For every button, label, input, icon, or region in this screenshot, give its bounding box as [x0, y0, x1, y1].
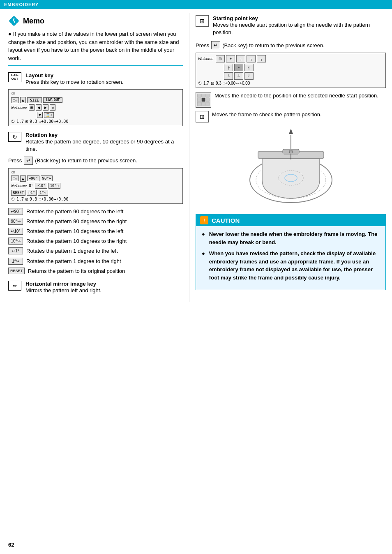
svg-rect-8: [206, 98, 209, 102]
rot-item-0: ↩90° Rotates the pattern 90 degrees to t…: [8, 208, 183, 215]
back-text-3: (Back key) to return to the previous scr…: [222, 42, 325, 48]
press-text-3: Press: [196, 42, 209, 48]
layout-key-text: Layout key Press this key to move to rot…: [25, 72, 123, 86]
right-column: ⊞ Starting point key Moves the needle st…: [189, 13, 392, 302]
rot-item-4: ↩1° Rotates the pattern 1 degree to the …: [8, 247, 183, 255]
needle-pos-section: Moves the needle to the position of the …: [196, 92, 386, 122]
back-key-icon-3: ↵: [211, 41, 220, 49]
svg-rect-6: [198, 98, 201, 102]
frame-illustration: [196, 127, 386, 210]
starting-point-section: ⊞ Starting point key Moves the needle st…: [196, 15, 386, 36]
svg-marker-16: [289, 129, 293, 134]
mirror-key-section: ⇔ Horizontal mirror image key Mirrors th…: [8, 281, 183, 294]
memo-heading: Memo: [23, 17, 44, 25]
layout-key-desc: Press this key to move to rotation scree…: [25, 78, 123, 86]
layout-key-header: LAY-OUT Layout key Press this key to mov…: [8, 72, 183, 86]
press-back-line-1: Press ↵ (Back key) to return to the prev…: [8, 157, 183, 165]
svg-point-20: [289, 150, 293, 153]
svg-rect-10: [202, 102, 205, 106]
sp-text: Starting point key Moves the needle star…: [213, 15, 386, 36]
rotation-key-header: ↻ Rotation key Rotates the pattern one d…: [8, 132, 183, 153]
right-screen-mock: Welcome ⊞ + ┐ ┬ ┐ ├ + ┤ └ ┴ ┘ ① 1.7: [196, 53, 386, 88]
header-title: EMBROIDERY: [4, 2, 39, 7]
layout-key-icon: LAY-OUT: [8, 72, 21, 82]
svg-rect-11: [206, 102, 209, 106]
rotation-key-desc: Rotates the pattern one degree, 10 degre…: [25, 138, 183, 153]
rotation-key-section: ↻ Rotation key Rotates the pattern one d…: [8, 132, 183, 275]
memo-text: ●If you make a note of the values in the…: [8, 30, 183, 62]
caution-item-0: ● Never lower the needle when the embroi…: [202, 230, 380, 246]
svg-rect-3: [198, 94, 201, 97]
mirror-key-label: Horizontal mirror image key: [25, 281, 101, 287]
rotation-screen-mock: cm □☆ ▲ ↩90° 90°↪ Welcome 0° ↩10° 10°↪ R…: [8, 168, 183, 204]
svg-rect-4: [202, 94, 205, 97]
layout-screen-mock: cm □☆ ▲ SIZE LAY-OUT Welcome ⊞ ◀ ▶ ↻: [8, 89, 183, 126]
caution-box: ! CAUTION ● Never lower the needle when …: [196, 214, 386, 290]
svg-rect-5: [206, 94, 209, 97]
rot-item-6: RESET Returns the pattern to its origina…: [8, 268, 183, 275]
memo-icon: [8, 15, 20, 27]
embroidery-frame-svg: [242, 127, 340, 209]
caution-icon: !: [200, 216, 208, 224]
rot-item-1: 90°↪ Rotates the pattern 90 degrees to t…: [8, 218, 183, 225]
sp-desc: Moves the needle start position to align…: [213, 21, 386, 36]
right-screen-status: ① 1.7 ⊡ 9.3 ↕+0.00↔+0.00: [198, 81, 383, 85]
caution-title: CAUTION: [212, 217, 240, 224]
sp-header: ⊞ Starting point key Moves the needle st…: [196, 15, 386, 36]
np-item-1: ⊞ Moves the frame to check the pattern p…: [196, 111, 386, 122]
rotation-items-list: ↩90° Rotates the pattern 90 degrees to t…: [8, 208, 183, 275]
layout-key-section: LAY-OUT Layout key Press this key to mov…: [8, 72, 183, 126]
rotation-screen-status: ① 1.7 ⊡ 9.3 ↕+0.00↔+0.00: [11, 197, 180, 201]
sp-icon: ⊞: [196, 15, 209, 27]
rot-item-5: 1°↪ Rotates the pattern 1 degree to the …: [8, 258, 183, 265]
rot-item-3: 10°↪ Rotates the pattern 10 degrees to t…: [8, 238, 183, 245]
rotation-key-label: Rotation key: [25, 132, 183, 138]
back-key-icon-1: ↵: [24, 157, 33, 165]
header-bar: EMBROIDERY: [0, 0, 392, 9]
memo-box: Memo ●If you make a note of the values i…: [8, 15, 183, 66]
main-content: Memo ●If you make a note of the values i…: [0, 9, 392, 306]
svg-point-2: [14, 18, 15, 20]
mirror-key-text: Horizontal mirror image key Mirrors the …: [25, 281, 101, 294]
sp-label: Starting point key: [213, 15, 386, 21]
mirror-key-header: ⇔ Horizontal mirror image key Mirrors th…: [8, 281, 183, 294]
rotation-key-icon: ↻: [8, 132, 21, 142]
frame-check-icon: ⊞: [196, 111, 209, 122]
left-column: Memo ●If you make a note of the values i…: [0, 13, 189, 302]
page-number: 62: [8, 542, 14, 548]
needle-grid-icon-0: [196, 92, 211, 108]
rot-item-2: ↩10° Rotates the pattern 10 degrees to t…: [8, 228, 183, 235]
press-text-1: Press: [8, 157, 22, 164]
rotation-key-text: Rotation key Rotates the pattern one deg…: [25, 132, 183, 153]
svg-rect-9: [198, 102, 201, 106]
layout-key-label: Layout key: [25, 72, 123, 78]
caution-item-1: ● When you have revised the pattern, che…: [202, 249, 380, 282]
memo-title: Memo: [8, 15, 183, 27]
svg-rect-7: [202, 98, 205, 102]
layout-screen-status: ① 1.7 ⊡ 9.3 ↕+0.00↔+0.00: [11, 119, 180, 124]
np-item-0: Moves the needle to the position of the …: [196, 92, 386, 108]
press-back-line-3: Press ↵ (Back key) to return to the prev…: [196, 41, 386, 49]
mirror-key-icon: ⇔: [8, 281, 21, 291]
mirror-key-desc: Mirrors the pattern left and right.: [25, 287, 101, 294]
caution-header: ! CAUTION: [196, 215, 385, 226]
back-text-1: (Back key) to return to the previous scr…: [35, 157, 137, 164]
